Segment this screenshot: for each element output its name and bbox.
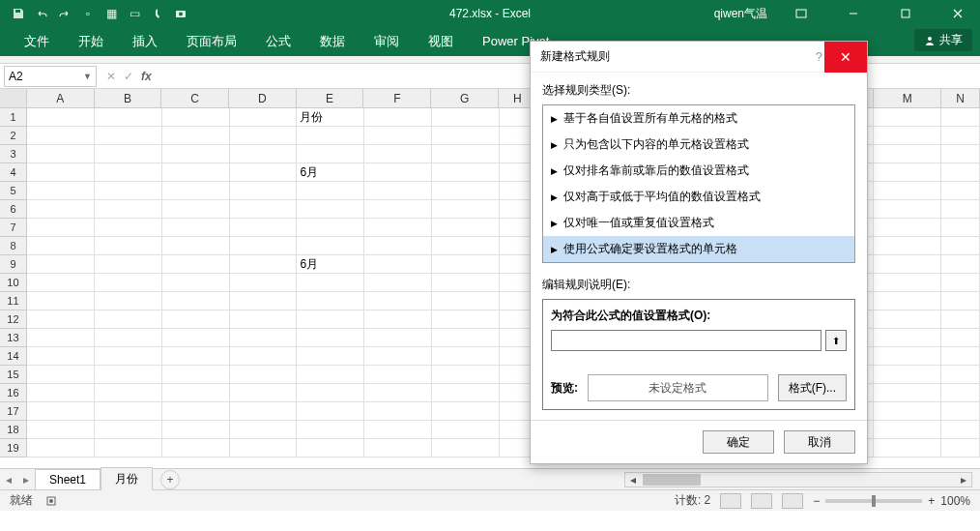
row-header[interactable]: 15 (0, 366, 27, 384)
save-icon[interactable] (8, 3, 29, 24)
cell[interactable] (297, 439, 364, 457)
cell[interactable] (874, 329, 941, 347)
cell[interactable] (230, 310, 298, 329)
cell[interactable] (941, 219, 980, 237)
tab-insert[interactable]: 插入 (118, 27, 172, 56)
cell[interactable] (95, 200, 162, 219)
cancel-formula-icon[interactable]: ✕ (106, 70, 116, 83)
cell[interactable] (162, 182, 230, 200)
cell[interactable] (432, 292, 500, 310)
tab-data[interactable]: 数据 (305, 27, 360, 56)
row-header[interactable]: 5 (0, 182, 27, 200)
cell[interactable] (874, 384, 941, 402)
cell[interactable] (874, 274, 941, 292)
cell[interactable] (230, 329, 298, 347)
cell[interactable] (432, 219, 500, 237)
row-header[interactable]: 8 (0, 237, 27, 255)
cell[interactable] (432, 108, 500, 127)
format-button[interactable]: 格式(F)... (778, 374, 847, 401)
tab-formulas[interactable]: 公式 (251, 27, 305, 56)
cell[interactable] (95, 310, 162, 329)
cell[interactable] (162, 329, 230, 347)
col-header[interactable]: D (229, 89, 297, 108)
cell[interactable] (230, 421, 298, 439)
cell[interactable] (27, 366, 95, 384)
scroll-left-icon[interactable]: ◂ (625, 473, 641, 487)
cell[interactable] (364, 108, 432, 127)
cell[interactable] (432, 127, 500, 145)
cell[interactable] (230, 402, 298, 421)
cell[interactable] (941, 255, 980, 274)
cell[interactable] (941, 366, 980, 384)
row-header[interactable]: 7 (0, 219, 27, 237)
cell[interactable] (27, 255, 95, 274)
cell[interactable] (941, 274, 980, 292)
cell[interactable] (27, 182, 95, 200)
cell[interactable] (95, 145, 162, 163)
cell[interactable] (364, 421, 432, 439)
fx-icon[interactable]: fx (141, 70, 152, 83)
dialog-close-button[interactable]: ✕ (824, 42, 867, 73)
cell[interactable] (230, 439, 298, 457)
cell[interactable] (297, 219, 364, 237)
cell[interactable] (364, 255, 432, 274)
row-header[interactable]: 13 (0, 329, 27, 347)
cell[interactable] (364, 347, 432, 366)
cell[interactable] (95, 421, 162, 439)
enter-formula-icon[interactable]: ✓ (124, 70, 133, 83)
cell[interactable] (941, 329, 980, 347)
qat-icon[interactable]: ▭ (124, 3, 145, 24)
cell[interactable] (95, 329, 162, 347)
cell[interactable] (27, 384, 95, 402)
row-header[interactable]: 19 (0, 439, 27, 457)
cell[interactable] (297, 182, 364, 200)
rule-option-selected[interactable]: ▶使用公式确定要设置格式的单元格 (543, 236, 854, 262)
rule-option[interactable]: ▶基于各自值设置所有单元格的格式 (543, 105, 854, 132)
cell[interactable] (162, 384, 230, 402)
cell[interactable] (162, 310, 230, 329)
cell[interactable] (95, 255, 162, 274)
cell[interactable] (27, 237, 95, 255)
cell[interactable] (297, 200, 364, 219)
name-box[interactable]: A2 ▼ (4, 66, 97, 87)
col-header[interactable]: G (431, 89, 499, 108)
rule-option[interactable]: ▶只为包含以下内容的单元格设置格式 (543, 132, 854, 158)
cell[interactable] (364, 145, 432, 163)
cell[interactable] (432, 329, 500, 347)
cell[interactable] (162, 347, 230, 366)
row-header[interactable]: 6 (0, 200, 27, 219)
rule-option[interactable]: ▶仅对高于或低于平均值的数值设置格式 (543, 184, 854, 210)
page-break-view-icon[interactable] (782, 493, 803, 509)
cell[interactable] (297, 347, 364, 366)
cell[interactable] (364, 274, 432, 292)
cell[interactable] (364, 384, 432, 402)
help-icon[interactable]: ? (816, 49, 822, 64)
cell[interactable] (162, 439, 230, 457)
cell[interactable] (230, 219, 298, 237)
page-layout-view-icon[interactable] (751, 493, 772, 509)
cell[interactable] (364, 439, 432, 457)
new-sheet-button[interactable]: + (160, 470, 180, 489)
dialog-titlebar[interactable]: 新建格式规则 ? ✕ (531, 42, 867, 73)
cell[interactable] (941, 145, 980, 163)
cell[interactable] (95, 274, 162, 292)
cell[interactable] (95, 439, 162, 457)
cell[interactable] (230, 182, 298, 200)
cell[interactable] (27, 108, 95, 127)
scroll-right-icon[interactable]: ▸ (956, 473, 971, 487)
cell[interactable] (230, 384, 298, 402)
maximize-icon[interactable] (883, 0, 928, 27)
cell[interactable] (297, 402, 364, 421)
scroll-thumb[interactable] (643, 474, 701, 486)
cell[interactable] (364, 163, 432, 182)
qat-icon[interactable]: ▫ (77, 3, 99, 24)
cell[interactable] (941, 163, 980, 182)
sheet-nav-prev-icon[interactable]: ◂ (0, 473, 17, 487)
cell[interactable] (27, 145, 95, 163)
cell[interactable] (432, 421, 500, 439)
rule-option[interactable]: ▶仅对唯一值或重复值设置格式 (543, 210, 854, 236)
cell[interactable] (230, 255, 298, 274)
cell[interactable] (432, 237, 500, 255)
cell[interactable] (95, 347, 162, 366)
cell[interactable] (27, 347, 95, 366)
